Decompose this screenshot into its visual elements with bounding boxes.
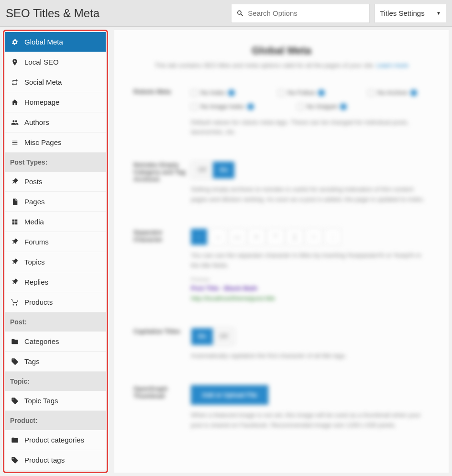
sidebar-item-label: Forums (24, 238, 49, 246)
checkbox-option[interactable]: No Archive? (368, 88, 417, 98)
learn-more-link[interactable]: Learn more (376, 62, 408, 69)
separator-char[interactable]: – (210, 229, 226, 245)
sidebar-item-label: Posts (24, 177, 43, 186)
content-panel: Global Meta This tab contains SEO titles… (114, 30, 449, 473)
separator-char[interactable]: • (248, 229, 265, 245)
row-label: Separator Character (133, 229, 191, 304)
sidebar-item-product-categories[interactable]: Product categories (5, 430, 106, 450)
sidebar-highlight: Global MetaLocal SEOSocial MetaHomepageA… (3, 30, 108, 473)
sidebar-item-local-seo[interactable]: Local SEO (5, 52, 106, 72)
section-product: Product: (5, 411, 106, 430)
tag-icon (11, 456, 19, 464)
sidebar-item-categories[interactable]: Categories (5, 332, 106, 352)
content-subtitle: This tab contains SEO titles and meta op… (133, 62, 430, 69)
sidebar-item-product-tags[interactable]: Product tags (5, 450, 106, 470)
sidebar-item-tags[interactable]: Tags (5, 352, 106, 372)
tag-icon (11, 397, 19, 405)
pin2-icon (11, 178, 19, 186)
pin2-icon (11, 238, 19, 246)
upload-button[interactable]: Add or Upload File (191, 385, 268, 405)
sidebar-item-label: Misc Pages (24, 138, 62, 146)
settings-select[interactable]: Titles Settings ▼ (375, 4, 446, 23)
checkbox-icon (368, 89, 375, 96)
sidebar-item-misc-pages[interactable]: Misc Pages (5, 133, 106, 153)
help-icon[interactable]: ? (247, 103, 254, 110)
separator-char[interactable]: - (191, 229, 207, 245)
section-topic: Topic: (5, 372, 106, 391)
section-post: Post: (5, 312, 106, 332)
media-icon (11, 218, 19, 226)
page-title: SEO Titles & Meta (6, 7, 231, 20)
pin2-icon (11, 258, 19, 266)
chevron-down-icon: ▼ (436, 11, 441, 16)
search-icon (236, 9, 244, 18)
checkbox-icon (278, 89, 285, 96)
users-icon (11, 119, 19, 126)
separator-options[interactable]: -–—•*|~: (191, 229, 430, 245)
search-box[interactable] (231, 4, 370, 23)
checkbox-option[interactable]: No Image Index? (191, 102, 254, 112)
separator-char[interactable]: ~ (306, 229, 322, 245)
sidebar-item-label: Categories (24, 337, 59, 345)
sidebar-item-label: Tags (24, 357, 40, 365)
sidebar-item-homepage[interactable]: Homepage (5, 92, 106, 112)
sidebar-item-authors[interactable]: Authors (5, 112, 106, 133)
stack-icon (11, 139, 19, 146)
separator-char[interactable]: * (267, 229, 284, 245)
page-header: SEO Titles & Meta Titles Settings ▼ (0, 0, 452, 27)
separator-char[interactable]: | (287, 229, 303, 245)
sidebar-item-label: Authors (24, 118, 49, 126)
sidebar-item-label: Global Meta (24, 38, 63, 46)
help-icon[interactable]: ? (340, 103, 347, 110)
help-icon[interactable]: ? (318, 89, 325, 96)
tag-icon (11, 358, 19, 365)
separator-char[interactable]: — (229, 229, 245, 245)
sidebar-item-posts[interactable]: Posts (5, 172, 106, 192)
sidebar-item-label: Topic Tags (24, 397, 58, 405)
separator-char[interactable]: : (325, 229, 341, 245)
home-icon (11, 99, 19, 106)
retweet-icon (11, 78, 19, 86)
sidebar-item-label: Products (24, 298, 53, 306)
content-heading: Global Meta (133, 44, 430, 57)
sidebar-item-forums[interactable]: Forums (5, 232, 106, 252)
search-input[interactable] (248, 9, 364, 17)
sidebar-item-label: Homepage (24, 98, 59, 106)
sidebar: Global MetaLocal SEOSocial MetaHomepageA… (5, 32, 106, 470)
checkbox-option[interactable]: No Follow? (278, 88, 325, 98)
row-label: Noindex Empty Category and Tag Archives (133, 161, 191, 205)
sidebar-item-media[interactable]: Media (5, 212, 106, 232)
checkbox-option[interactable]: No Index? (191, 88, 235, 98)
sidebar-item-global-meta[interactable]: Global Meta (5, 32, 106, 52)
sidebar-item-label: Product tags (24, 456, 65, 464)
row-label: Robots Meta (133, 88, 191, 137)
row-label: Capitalize Titles (133, 328, 191, 361)
checkbox-icon (297, 103, 304, 110)
row-label: OpenGraph Thumbnail (133, 385, 191, 431)
cart-icon (11, 299, 19, 306)
sidebar-item-topic-tags[interactable]: Topic Tags (5, 391, 106, 411)
pin-icon (11, 58, 19, 66)
checkbox-icon (191, 89, 198, 96)
sidebar-item-social-meta[interactable]: Social Meta (5, 72, 106, 92)
page-body: Global MetaLocal SEOSocial MetaHomepageA… (0, 27, 452, 476)
settings-select-label: Titles Settings (380, 9, 425, 17)
sidebar-item-pages[interactable]: Pages (5, 192, 106, 212)
sidebar-item-label: Product categories (24, 436, 84, 444)
sidebar-item-label: Pages (24, 198, 45, 206)
sidebar-item-replies[interactable]: Replies (5, 272, 106, 292)
sidebar-item-topics[interactable]: Topics (5, 252, 106, 272)
sidebar-item-label: Social Meta (24, 78, 62, 86)
sidebar-item-label: Local SEO (24, 58, 59, 66)
gear-icon (11, 38, 19, 46)
checkbox-option[interactable]: No Snippet? (297, 102, 347, 112)
sidebar-item-label: Replies (24, 278, 48, 286)
help-icon[interactable]: ? (228, 89, 235, 96)
help-icon[interactable]: ? (410, 89, 417, 96)
noindex-toggle[interactable]: Off On (191, 161, 235, 179)
checkbox-icon (191, 103, 198, 110)
capitalize-toggle[interactable]: On Off (191, 328, 235, 345)
sidebar-item-label: Media (24, 218, 44, 226)
sidebar-item-products[interactable]: Products (5, 292, 106, 312)
sidebar-item-label: Topics (24, 258, 45, 266)
